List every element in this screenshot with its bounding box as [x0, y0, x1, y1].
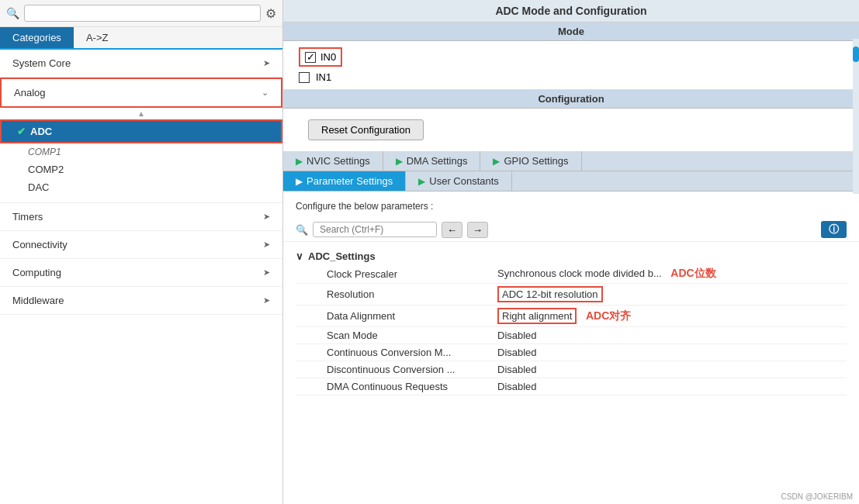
param-row-continuous-conversion: Continuous Conversion M... Disabled [296, 344, 847, 361]
tab-categories[interactable]: Categories [0, 27, 74, 48]
sidebar-section-connectivity: Connectivity ➤ [0, 231, 282, 259]
system-core-label: System Core [12, 57, 71, 69]
expand-indicator: ▲ [0, 108, 282, 119]
nvic-settings-label: NVIC Settings [307, 155, 370, 167]
sidebar-section-header-computing[interactable]: Computing ➤ [0, 259, 282, 286]
sidebar-section-header-analog[interactable]: Analog ⌄ [0, 78, 282, 108]
params-search-input[interactable] [313, 222, 437, 237]
info-button[interactable]: ⓘ [821, 221, 847, 238]
param-name-data-alignment: Data Alignment [327, 310, 497, 322]
chevron-right-icon: ➤ [263, 58, 270, 68]
adc-label: ADC [30, 126, 52, 137]
tab-parameter-settings[interactable]: ▶ Parameter Settings [283, 171, 406, 191]
tab-user-constants[interactable]: ▶ User Constants [406, 171, 512, 191]
sidebar-section-timers: Timers ➤ [0, 203, 282, 231]
group-header: ∨ ADC_Settings [296, 248, 847, 264]
user-constants-label: User Constants [429, 175, 499, 187]
sidebar: 🔍 ⚙ Categories A->Z System Core ➤ Analog… [0, 0, 283, 504]
param-value-continuous-conversion: Disabled [497, 347, 847, 358]
panel-title: ADC Mode and Configuration [283, 0, 859, 22]
sidebar-section-header-connectivity[interactable]: Connectivity ➤ [0, 231, 282, 258]
tab-gpio-settings[interactable]: ▶ GPIO Settings [480, 151, 581, 171]
params-area: Configure the below parameters : 🔍 ← → ⓘ… [283, 192, 859, 504]
mode-header: Mode [283, 22, 859, 41]
params-search-icon: 🔍 [296, 224, 308, 236]
param-name-dma-continuous: DMA Continuous Requests [327, 381, 497, 392]
chevron-right-icon: ➤ [263, 295, 270, 306]
sidebar-section-computing: Computing ➤ [0, 259, 282, 287]
param-row-clock-prescaler: Clock Prescaler Synchronous clock mode d… [296, 264, 847, 284]
params-description: Configure the below parameters : [283, 198, 859, 215]
config-section: Configuration Reset Configuration ▶ NVIC… [283, 90, 859, 504]
computing-label: Computing [12, 267, 61, 278]
in0-label: IN0 [320, 51, 336, 63]
reset-configuration-button[interactable]: Reset Configuration [308, 119, 424, 140]
sidebar-tabs: Categories A->Z [0, 27, 282, 50]
in1-label: IN1 [316, 71, 331, 83]
sidebar-section-header-timers[interactable]: Timers ➤ [0, 203, 282, 230]
dma-check-icon: ▶ [396, 156, 403, 167]
tab-az[interactable]: A->Z [74, 27, 121, 48]
param-value-dma-continuous: Disabled [497, 381, 847, 392]
right-panel-wrapper: ADC Mode and Configuration Mode ✓ IN0 IN… [283, 0, 859, 504]
param-value-scan-mode: Disabled [497, 330, 847, 341]
param-value-clock-prescaler: Synchronous clock mode divided b... ADC位… [497, 267, 847, 281]
config-tabs-row2: ▶ Parameter Settings ▶ User Constants [283, 171, 859, 192]
scroll-thumb[interactable] [853, 47, 859, 62]
timers-label: Timers [12, 211, 43, 223]
in1-row: IN1 [299, 71, 843, 83]
gpio-settings-label: GPIO Settings [504, 155, 568, 167]
sidebar-item-dac[interactable]: DAC [0, 178, 282, 196]
param-name-scan-mode: Scan Mode [327, 330, 497, 341]
group-toggle-icon[interactable]: ∨ [296, 250, 303, 262]
chevron-down-icon: ⌄ [262, 88, 268, 98]
sidebar-section-middleware: Middleware ➤ [0, 287, 282, 315]
group-name: ADC_Settings [308, 250, 376, 262]
sidebar-section-header-system-core[interactable]: System Core ➤ [0, 50, 282, 77]
search-input[interactable] [24, 5, 261, 22]
gear-button[interactable]: ⚙ [265, 6, 276, 21]
param-row-resolution: Resolution ADC 12-bit resolution [296, 284, 847, 306]
param-value-data-alignment: Right alignment ADC对齐 [497, 308, 847, 324]
analog-subsection: ▲ ✔ ADC COMP1 COMP2 DAC [0, 108, 282, 202]
nvic-check-icon: ▶ [296, 156, 303, 167]
param-name-clock-prescaler: Clock Prescaler [327, 268, 497, 280]
parameter-settings-label: Parameter Settings [307, 175, 393, 187]
in0-container: ✓ IN0 [299, 47, 342, 67]
sidebar-section-analog: Analog ⌄ ▲ ✔ ADC COMP1 COMP2 DAC [0, 78, 282, 203]
tab-dma-settings[interactable]: ▶ DMA Settings [383, 151, 481, 171]
param-check-icon: ▶ [296, 176, 303, 187]
nav-next-button[interactable]: → [467, 222, 488, 238]
data-alignment-value-box[interactable]: Right alignment [497, 308, 577, 324]
param-row-dma-continuous: DMA Continuous Requests Disabled [296, 378, 847, 395]
adc-bits-annotation: ADC位数 [670, 267, 715, 279]
param-row-data-alignment: Data Alignment Right alignment ADC对齐 [296, 306, 847, 327]
search-params-bar: 🔍 ← → ⓘ [283, 218, 859, 242]
mode-content: ✓ IN0 IN1 [283, 41, 859, 89]
in0-checkbox[interactable]: ✓ [305, 52, 316, 63]
reset-btn-area: Reset Configuration [283, 109, 859, 151]
tab-nvic-settings[interactable]: ▶ NVIC Settings [283, 151, 383, 171]
in1-checkbox[interactable] [299, 72, 310, 83]
sidebar-section-header-middleware[interactable]: Middleware ➤ [0, 287, 282, 314]
chevron-right-icon: ➤ [263, 268, 270, 278]
param-name-continuous-conversion: Continuous Conversion M... [327, 347, 497, 358]
clock-prescaler-value: Synchronous clock mode divided b... [497, 268, 662, 279]
scroll-track [853, 39, 859, 194]
sidebar-item-comp1[interactable]: COMP1 [0, 143, 282, 161]
chevron-right-icon: ➤ [263, 240, 270, 250]
config-header: Configuration [283, 90, 859, 109]
sidebar-item-comp2[interactable]: COMP2 [0, 161, 282, 178]
analog-label: Analog [14, 87, 45, 98]
param-value-resolution: ADC 12-bit resolution [497, 286, 847, 302]
sidebar-item-adc[interactable]: ✔ ADC [0, 119, 282, 143]
gpio-check-icon: ▶ [493, 156, 500, 167]
user-constants-check-icon: ▶ [418, 176, 425, 187]
resolution-value-box[interactable]: ADC 12-bit resolution [497, 286, 603, 302]
param-name-discontinuous-conversion: Discontinuous Conversion ... [327, 364, 497, 375]
connectivity-label: Connectivity [12, 239, 68, 250]
middleware-label: Middleware [12, 295, 64, 306]
dma-settings-label: DMA Settings [407, 155, 468, 167]
chevron-right-icon: ➤ [263, 212, 270, 222]
nav-prev-button[interactable]: ← [442, 222, 462, 238]
